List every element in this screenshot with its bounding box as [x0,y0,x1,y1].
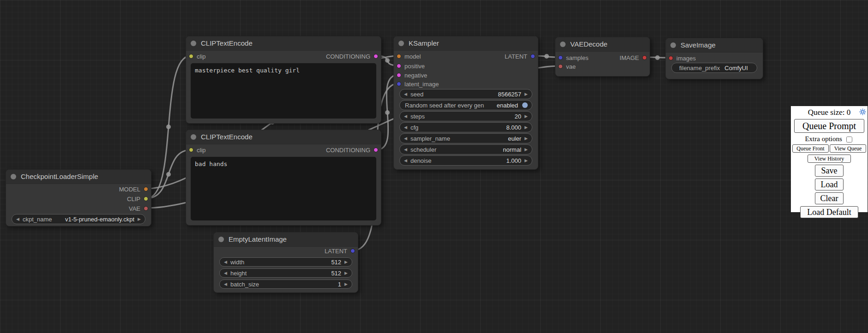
collapse-dot-icon[interactable] [191,134,196,140]
load-default-button[interactable]: Load Default [800,206,858,218]
input-slot-vae[interactable]: vae [558,62,576,71]
left-arrow-icon[interactable]: ◀ [404,92,407,96]
widget-steps[interactable]: ◀ steps 20 ▶ [399,111,532,121]
prompt-textarea[interactable]: masterpiece best quality girl [191,63,376,119]
left-arrow-icon[interactable]: ◀ [224,260,227,264]
node-title-bar[interactable]: KSampler [394,36,538,51]
input-slot-clip[interactable]: clip [189,145,206,155]
left-arrow-icon[interactable]: ◀ [404,159,407,163]
widget-scheduler[interactable]: ◀ scheduler normal ▶ [399,144,532,155]
model-port-icon[interactable] [144,187,148,191]
queue-front-button[interactable]: Queue Front [792,144,829,153]
node-empty-latent-image[interactable]: EmptyLatentImage LATENT ◀ width 512 ▶ ◀ … [213,232,358,293]
latent-port-icon[interactable] [530,54,535,59]
output-slot-conditioning[interactable]: CONDITIONING [326,52,378,61]
right-arrow-icon[interactable]: ▶ [524,125,528,130]
widget-ckpt-name[interactable]: ◀ ckpt_name v1-5-pruned-emaonly.ckpt ▶ [12,214,145,224]
latent-port-icon[interactable] [350,249,355,253]
left-arrow-icon[interactable]: ◀ [404,125,407,130]
latent-port-icon[interactable] [558,55,563,60]
widget-cfg[interactable]: ◀ cfg 8.000 ▶ [399,122,532,132]
node-title-bar[interactable]: SaveImage [666,38,763,53]
toggle-dot-icon[interactable] [522,102,528,108]
collapse-dot-icon[interactable] [218,237,224,242]
clip-port-icon[interactable] [144,196,148,201]
output-slot-latent[interactable]: LATENT [505,52,535,61]
output-slot-latent[interactable]: LATENT [325,246,355,256]
input-slot-negative[interactable]: negative [397,71,427,80]
left-arrow-icon[interactable]: ◀ [404,137,407,141]
right-arrow-icon[interactable]: ▶ [524,114,528,119]
right-arrow-icon[interactable]: ▶ [138,217,141,221]
node-save-image[interactable]: SaveImage images filename_prefix ComfyUI [665,38,763,79]
latent-port-icon[interactable] [397,82,401,86]
collapse-dot-icon[interactable] [670,42,676,48]
conditioning-port-icon[interactable] [374,54,378,59]
left-arrow-icon[interactable]: ◀ [224,271,227,275]
node-clip-text-encode-negative[interactable]: CLIPTextEncode clip CONDITIONING bad han… [186,130,381,226]
prompt-textarea[interactable]: bad hands [191,157,376,220]
node-ksampler[interactable]: KSampler model LATENT positive negative … [393,36,538,170]
left-arrow-icon[interactable]: ◀ [16,217,19,221]
conditioning-port-icon[interactable] [397,73,401,77]
output-slot-conditioning[interactable]: CONDITIONING [326,145,378,155]
left-arrow-icon[interactable]: ◀ [224,282,227,286]
queue-prompt-button[interactable]: Queue Prompt [794,119,864,133]
widget-seed[interactable]: ◀ seed 8566257 ▶ [399,89,532,99]
input-slot-clip[interactable]: clip [189,52,206,61]
clear-button[interactable]: Clear [815,192,844,204]
input-slot-samples[interactable]: samples [558,53,588,62]
conditioning-port-icon[interactable] [397,64,401,68]
widget-filename-prefix[interactable]: filename_prefix ComfyUI [671,63,757,73]
output-slot-vae[interactable]: VAE [129,204,148,213]
widget-random-seed-toggle[interactable]: Random seed after every gen enabled [399,100,532,110]
save-button[interactable]: Save [815,165,844,177]
node-checkpoint-loader-simple[interactable]: CheckpointLoaderSimple MODEL CLIP VAE ◀ … [6,169,151,226]
settings-gear-icon[interactable] [859,108,866,115]
output-slot-model[interactable]: MODEL [119,184,148,194]
extra-options-checkbox[interactable] [846,137,852,143]
left-arrow-icon[interactable]: ◀ [404,114,407,119]
widget-sampler-name[interactable]: ◀ sampler_name euler ▶ [399,133,532,143]
view-history-button[interactable]: View History [808,155,851,163]
widget-width[interactable]: ◀ width 512 ▶ [219,257,352,267]
right-arrow-icon[interactable]: ▶ [344,260,348,264]
input-slot-model[interactable]: model [397,52,421,61]
widget-height[interactable]: ◀ height 512 ▶ [219,268,352,278]
widget-batch-size[interactable]: ◀ batch_size 1 ▶ [219,279,352,289]
model-port-icon[interactable] [397,54,401,59]
image-port-icon[interactable] [642,55,647,60]
right-arrow-icon[interactable]: ▶ [524,148,528,152]
load-button[interactable]: Load [815,178,844,190]
right-arrow-icon[interactable]: ▶ [344,282,348,286]
view-queue-button[interactable]: View Queue [830,144,866,153]
input-slot-images[interactable]: images [669,54,696,63]
node-title-bar[interactable]: CLIPTextEncode [186,130,381,144]
right-arrow-icon[interactable]: ▶ [524,92,528,96]
output-slot-image[interactable]: IMAGE [620,53,647,62]
node-vae-decode[interactable]: VAEDecode samples IMAGE vae [555,37,650,77]
node-title-bar[interactable]: CLIPTextEncode [186,36,381,51]
node-clip-text-encode-positive[interactable]: CLIPTextEncode clip CONDITIONING masterp… [186,36,381,124]
node-title-bar[interactable]: EmptyLatentImage [214,232,358,247]
right-arrow-icon[interactable]: ▶ [344,271,348,275]
node-title-bar[interactable]: VAEDecode [555,37,650,52]
node-title-bar[interactable]: CheckpointLoaderSimple [6,170,151,184]
left-arrow-icon[interactable]: ◀ [404,148,407,152]
input-slot-positive[interactable]: positive [397,61,425,71]
clip-port-icon[interactable] [189,54,193,59]
image-port-icon[interactable] [669,56,673,60]
conditioning-port-icon[interactable] [374,148,378,152]
input-slot-latent-image[interactable]: latent_image [397,79,439,89]
right-arrow-icon[interactable]: ▶ [524,137,528,141]
clip-port-icon[interactable] [189,148,193,152]
right-arrow-icon[interactable]: ▶ [524,159,528,163]
widget-denoise[interactable]: ◀ denoise 1.000 ▶ [399,155,532,166]
collapse-dot-icon[interactable] [398,41,404,46]
collapse-dot-icon[interactable] [560,42,566,47]
output-slot-clip[interactable]: CLIP [127,194,148,203]
vae-port-icon[interactable] [558,64,563,69]
collapse-dot-icon[interactable] [191,41,196,46]
vae-port-icon[interactable] [144,206,148,211]
collapse-dot-icon[interactable] [11,174,16,179]
